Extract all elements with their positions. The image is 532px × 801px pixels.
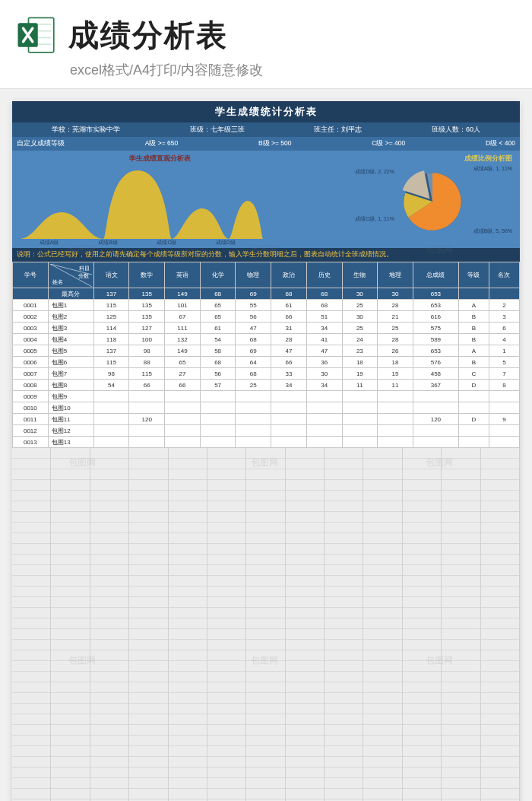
pie-label-d: 成绩D级, 2, 22%: [355, 169, 394, 175]
table-row: 0002包图212513567655666513021616B3: [13, 311, 520, 323]
table-row: 0012包图12: [13, 425, 520, 437]
col-total: 总成绩: [413, 262, 458, 288]
banner-title: 成绩分析表: [68, 14, 228, 56]
pie-chart-title: 成绩比例分析图: [464, 154, 512, 164]
col-shengwu: 生物: [342, 262, 378, 288]
grades-body: 最高分1371351496869686830306530001包图1115135…: [13, 288, 520, 448]
excel-icon: [15, 14, 58, 56]
grade-level-row: 自定义成绩等级 A级 >= 650 B级 >= 500 C级 >= 400 D级…: [12, 137, 520, 151]
grade-d: D级 < 400: [486, 139, 515, 148]
table-row: 0013包图13: [13, 437, 520, 448]
col-zhengzhi: 政治: [271, 262, 307, 288]
table-row: 0010包图10: [13, 402, 520, 414]
promo-banner: 成绩分析表 excel格式/A4打印/内容随意修改: [0, 0, 532, 89]
col-wuli: 物理: [236, 262, 271, 288]
grade-b: B级 >= 500: [258, 139, 292, 148]
teacher-info: 班主任：刘平志: [314, 125, 362, 135]
area-chart-axis: 成绩A级 成绩B级 成绩C级 成绩D级: [20, 239, 255, 246]
pie-label-a: 成绩A级, 1, 11%: [473, 166, 512, 172]
table-row: 0005包图513798149586947472326653A1: [13, 345, 520, 357]
col-lishi: 历史: [306, 262, 342, 288]
table-row: 0007包图79811527566833301915458C7: [13, 368, 520, 380]
col-dili: 地理: [378, 262, 413, 288]
sheet-title: 学生成绩统计分析表: [12, 101, 520, 122]
table-row: 0003包图3114127111614731342525575B6: [13, 323, 520, 334]
col-level: 等级: [458, 262, 489, 288]
pie-chart-icon: [398, 167, 467, 236]
col-rank: 名次: [489, 262, 519, 288]
table-row: 0008包图8546666572534341111367D8: [13, 380, 520, 391]
area-chart-icon: [20, 167, 263, 239]
size-info: 班级人数：60人: [432, 125, 480, 135]
table-row-max: 最高分137135149686968683030653: [13, 288, 520, 300]
table-row: 0004包图4118100132546828412428589B4: [13, 334, 520, 345]
spreadsheet-preview: 学生成绩统计分析表 学校：芜湖市实验中学 班级：七年级三班 班主任：刘平志 班级…: [12, 101, 520, 801]
school-info: 学校：芜湖市实验中学: [52, 125, 120, 135]
grade-label: 自定义成绩等级: [17, 139, 65, 148]
pie-label-b: 成绩B级, 5, 56%: [473, 228, 512, 234]
table-row: 0006包图61158865686466361818576B5: [13, 357, 520, 368]
note-bar: 说明：公式已经写好，使用之前请先确定每个成绩等级所对应的分数，输入学生分数明细之…: [12, 248, 520, 262]
table-row: 0001包图1115135101655561682528653A2: [13, 300, 520, 311]
sheet-info-row: 学校：芜湖市实验中学 班级：七年级三班 班主任：刘平志 班级人数：60人: [12, 122, 520, 137]
col-corner: 科目 分数 姓名: [48, 262, 93, 288]
empty-grid: [12, 448, 520, 801]
table-row: 0009包图9: [13, 391, 520, 402]
grades-table: 学号 科目 分数 姓名 语文 数学 英语 化学 物理: [12, 262, 520, 448]
col-yingyu: 英语: [165, 262, 201, 288]
table-row: 0011包图11120120D9: [13, 414, 520, 425]
col-huaxue: 化学: [200, 262, 236, 288]
class-info: 班级：七年级三班: [190, 125, 245, 135]
chart-area: 学生成绩直观分析表 成绩比例分析图 成绩A级 成绩B级 成绩C级 成绩D级 成绩: [12, 151, 520, 248]
banner-subtitle: excel格式/A4打印/内容随意修改: [70, 61, 517, 79]
col-yuwen: 语文: [93, 262, 129, 288]
grade-a: A级 >= 650: [145, 139, 179, 148]
col-id: 学号: [13, 262, 49, 288]
area-chart-title: 学生成绩直观分析表: [129, 154, 191, 164]
col-shuxue: 数学: [129, 262, 165, 288]
grade-c: C级 >= 400: [372, 139, 405, 148]
pie-label-c: 成绩C级, 1, 11%: [355, 216, 394, 222]
